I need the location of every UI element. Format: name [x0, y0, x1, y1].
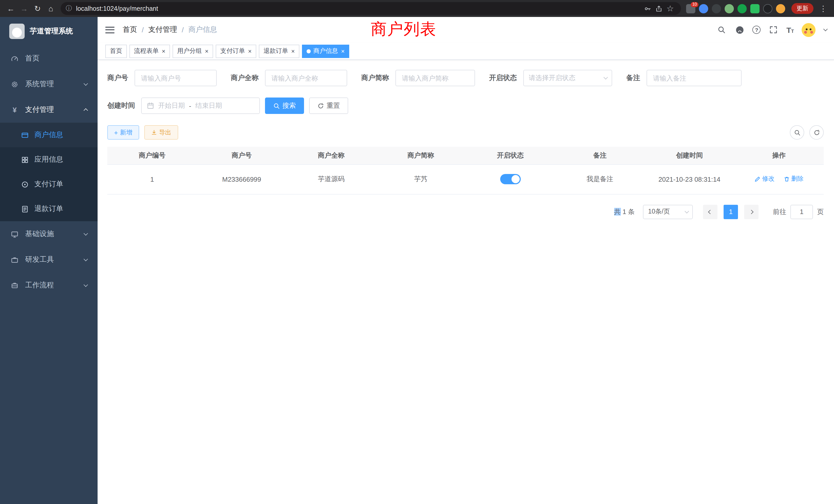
extension-icon[interactable] — [699, 4, 708, 13]
goto-label: 前往 — [773, 207, 786, 216]
field-label: 备注 — [626, 73, 640, 83]
fullscreen-icon[interactable] — [769, 25, 779, 35]
table-header-row: 商户编号 商户号 商户全称 商户简称 开启状态 备注 创建时间 操作 — [107, 147, 824, 164]
reset-button[interactable]: 重置 — [309, 97, 348, 114]
date-range-picker[interactable]: 开始日期 - 结束日期 — [141, 97, 260, 114]
chevron-down-icon — [84, 282, 88, 287]
tab-close-icon[interactable]: × — [291, 48, 295, 54]
github-icon[interactable] — [734, 25, 745, 35]
sidebar-item-pay-order[interactable]: 支付订单 — [0, 172, 97, 197]
tab-process-form[interactable]: 流程表单 × — [129, 44, 170, 58]
tab-home[interactable]: 首页 — [105, 44, 127, 58]
sidebar-item-workflow[interactable]: 工作流程 — [0, 273, 97, 298]
toggle-search-button[interactable] — [790, 125, 804, 140]
tab-pay-order[interactable]: 支付订单 × — [216, 44, 256, 58]
sidebar-item-payment[interactable]: ¥ 支付管理 — [0, 97, 97, 123]
sidebar-item-infrastructure[interactable]: 基础设施 — [0, 221, 97, 247]
sidebar-toggle-icon[interactable] — [105, 26, 114, 33]
search-icon[interactable] — [717, 25, 727, 35]
merchant-no-input[interactable] — [134, 70, 217, 86]
page-size-select[interactable]: 10条/页 — [643, 205, 693, 219]
forward-icon[interactable]: → — [18, 2, 31, 15]
site-info-icon[interactable]: ⓘ — [66, 4, 72, 13]
main-area: 首页 / 支付管理 / 商户信息 ? TT — [97, 17, 834, 504]
filter-row-2: 创建时间 开始日期 - 结束日期 搜索 重置 — [107, 97, 824, 114]
sidebar-item-merchant-info[interactable]: 商户信息 — [0, 123, 97, 147]
breadcrumb-item-payment[interactable]: 支付管理 — [148, 25, 177, 35]
cell-merchant-index: 1 — [107, 164, 197, 194]
search-button[interactable]: 搜索 — [265, 97, 304, 114]
tab-label: 退款订单 — [263, 47, 288, 55]
extension-icon[interactable] — [750, 4, 760, 13]
full-name-input[interactable] — [265, 70, 347, 86]
table-toolbar: + 新增 导出 — [107, 125, 824, 140]
share-icon[interactable] — [653, 3, 664, 14]
chevron-down-icon — [84, 231, 88, 235]
add-button[interactable]: + 新增 — [107, 125, 139, 140]
filter-status: 开启状态 请选择开启状态 — [489, 70, 612, 86]
app-logo[interactable]: 芋道管理系统 — [0, 17, 97, 46]
tab-label: 支付订单 — [220, 47, 245, 55]
sidebar-item-home[interactable]: 首页 — [0, 46, 97, 71]
user-avatar[interactable] — [802, 23, 815, 37]
browser-menu-icon[interactable]: ⋮ — [816, 2, 830, 15]
short-name-input[interactable] — [395, 70, 475, 86]
next-page-button[interactable] — [744, 205, 759, 219]
refresh-icon — [813, 129, 820, 136]
refresh-table-button[interactable] — [809, 125, 824, 140]
address-bar[interactable]: ⓘ localhost:1024/pay/merchant ☆ — [61, 2, 681, 15]
page-number-button[interactable]: 1 — [724, 205, 738, 219]
pagination-total: 共 1 条 — [614, 207, 635, 216]
cell-merchant-no: M233666999 — [197, 164, 287, 194]
chevron-down-icon — [603, 75, 608, 79]
extension-icon[interactable] — [725, 4, 734, 13]
extension-icon[interactable] — [712, 4, 721, 13]
profile-avatar-icon[interactable] — [776, 4, 785, 13]
chevron-down-icon — [84, 81, 88, 86]
sidebar-item-system[interactable]: 系统管理 — [0, 71, 97, 97]
col-header: 商户简称 — [376, 147, 465, 164]
delete-link[interactable]: 删除 — [784, 175, 804, 183]
goto-page-input[interactable] — [790, 205, 813, 219]
user-menu-caret-icon[interactable] — [823, 27, 828, 31]
tab-close-icon[interactable]: × — [205, 48, 208, 54]
extensions-menu-icon[interactable]: 10 — [686, 4, 695, 13]
tab-close-icon[interactable]: × — [341, 48, 345, 54]
tab-user-group[interactable]: 用户分组 × — [173, 44, 213, 58]
tab-refund-order[interactable]: 退款订单 × — [259, 44, 300, 58]
field-label: 创建时间 — [107, 101, 135, 110]
tab-close-icon[interactable]: × — [248, 48, 251, 54]
tab-label: 用户分组 — [177, 47, 202, 55]
extension-icon[interactable] — [738, 4, 747, 13]
remark-input[interactable] — [646, 70, 741, 86]
goto-page: 前往 页 — [773, 205, 824, 219]
edit-link[interactable]: 修改 — [754, 175, 774, 183]
breadcrumb-item-home[interactable]: 首页 — [123, 25, 137, 35]
button-label: 新增 — [120, 128, 132, 137]
page-content: 商户号 商户全称 商户简称 开启状态 请选择开启状态 — [97, 60, 834, 219]
browser-update-button[interactable]: 更新 — [791, 3, 813, 14]
tab-merchant-info[interactable]: 商户信息 × — [302, 44, 349, 58]
export-button[interactable]: 导出 — [144, 125, 178, 140]
extension-icon[interactable] — [763, 4, 772, 13]
prev-page-button[interactable] — [703, 205, 718, 219]
status-toggle[interactable] — [500, 174, 521, 184]
help-icon[interactable]: ? — [753, 26, 761, 34]
sidebar-item-dev-tools[interactable]: 研发工具 — [0, 247, 97, 273]
field-label: 商户号 — [107, 73, 128, 83]
back-icon[interactable]: ← — [4, 2, 18, 15]
filter-create-time: 创建时间 开始日期 - 结束日期 — [107, 97, 260, 114]
reload-icon[interactable]: ↻ — [31, 2, 44, 15]
table-row[interactable]: 1 M233666999 芋道源码 芋艿 我是备注 2021-10-23 08:… — [107, 164, 824, 194]
status-select[interactable]: 请选择开启状态 — [523, 70, 612, 86]
sidebar-item-refund-order[interactable]: 退款订单 — [0, 197, 97, 221]
tab-close-icon[interactable]: × — [162, 48, 166, 54]
goto-unit: 页 — [817, 207, 824, 216]
start-date-placeholder: 开始日期 — [158, 101, 185, 110]
font-size-icon[interactable]: TT — [787, 25, 794, 34]
filter-remark: 备注 — [626, 70, 741, 86]
password-key-icon[interactable] — [642, 3, 653, 14]
bookmark-star-icon[interactable]: ☆ — [664, 3, 676, 14]
home-icon[interactable]: ⌂ — [44, 2, 58, 15]
sidebar-item-app-info[interactable]: 应用信息 — [0, 147, 97, 172]
